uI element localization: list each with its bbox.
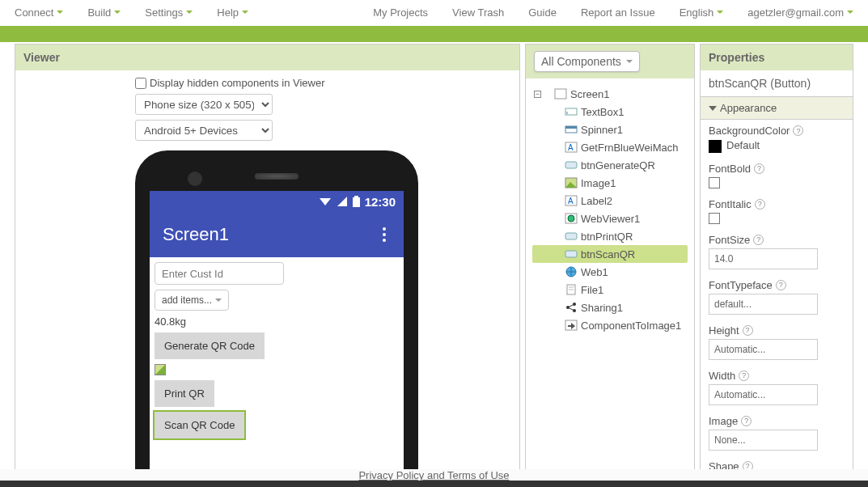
tree-item-image1[interactable]: Image1: [532, 174, 688, 192]
svg-rect-6: [565, 126, 577, 129]
tree-item-label: btnGenerateQR: [581, 159, 655, 172]
properties-body: btnScanQR (Button) Appearance Background…: [701, 70, 853, 480]
help-icon[interactable]: ?: [753, 235, 764, 245]
tree-item-web1[interactable]: Web1: [532, 263, 688, 281]
btn-scan-qr-preview[interactable]: Scan QR Code: [155, 412, 244, 438]
help-icon[interactable]: ?: [743, 325, 753, 336]
phone-screen: 12:30 Screen1 Enter Cust Id add items...: [150, 191, 404, 480]
tree-item-label: btnScanQR: [581, 248, 635, 260]
web-icon: [565, 212, 578, 225]
viewer-header: Viewer: [15, 44, 519, 70]
tree-item-webviewer1[interactable]: WebViewer1: [532, 210, 688, 227]
height-input[interactable]: [709, 339, 818, 360]
tree-item-label2[interactable]: ALabel2: [532, 192, 688, 210]
hidden-components-checkbox[interactable]: [135, 78, 146, 89]
phone-size-select[interactable]: Phone size (320 x 505): [135, 94, 273, 115]
tree-item-label: WebViewer1: [581, 213, 640, 225]
appearance-section[interactable]: Appearance: [701, 96, 853, 120]
tree-item-componenttoimage1[interactable]: ComponentToImage1: [532, 316, 688, 334]
label-icon: A: [565, 194, 578, 207]
backgroundcolor-value[interactable]: Default: [709, 139, 845, 153]
caret-icon: [242, 11, 248, 14]
link-report-issue[interactable]: Report an Issue: [581, 6, 655, 19]
tree-item-file1[interactable]: File1: [532, 281, 688, 299]
caret-icon: [114, 11, 121, 14]
tree-item-btnscanqr[interactable]: btnScanQR: [532, 245, 688, 263]
width-input[interactable]: [709, 384, 818, 405]
spinner1-preview[interactable]: add items...: [155, 290, 229, 311]
textbox1-preview[interactable]: Enter Cust Id: [155, 262, 284, 285]
btn-generate-qr-preview[interactable]: Generate QR Code: [155, 332, 265, 359]
phone-content: Enter Cust Id add items... 40.8kg Genera…: [150, 257, 404, 480]
overflow-icon[interactable]: [378, 222, 391, 247]
fonttypeface-input[interactable]: [709, 294, 818, 315]
tree-item-label: ComponentToImage1: [581, 320, 681, 332]
svg-rect-1: [354, 196, 358, 197]
signal-icon: [337, 196, 348, 207]
image-input[interactable]: [709, 430, 818, 451]
comp2img-icon: [565, 319, 578, 332]
properties-panel: Properties btnScanQR (Button) Appearance…: [700, 44, 853, 481]
wifi-icon: [319, 196, 332, 207]
tree-root-screen1[interactable]: − Screen1: [532, 85, 688, 103]
svg-rect-9: [565, 162, 577, 168]
svg-rect-16: [565, 233, 577, 239]
svg-point-15: [568, 215, 574, 222]
help-icon[interactable]: ?: [754, 163, 764, 174]
prop-image: Image?: [701, 410, 853, 455]
fontitalic-checkbox[interactable]: [709, 213, 720, 224]
main-area: Viewer Display hidden components in View…: [0, 44, 868, 481]
tree-item-label: Image1: [581, 177, 616, 189]
link-guide[interactable]: Guide: [528, 6, 557, 19]
menu-settings[interactable]: Settings: [145, 6, 193, 19]
link-viewtrash[interactable]: View Trash: [452, 6, 504, 19]
tree-item-sharing1[interactable]: Sharing1: [532, 299, 688, 316]
help-icon[interactable]: ?: [741, 416, 752, 426]
tree-item-label: TextBox1: [581, 106, 624, 118]
all-components-dropdown[interactable]: All Components: [534, 51, 640, 72]
tree-item-spinner1[interactable]: Spinner1: [532, 121, 688, 138]
image1-preview[interactable]: [155, 364, 166, 375]
fontsize-input[interactable]: [709, 248, 818, 269]
tree-item-textbox1[interactable]: TextBox1: [532, 103, 688, 121]
help-icon[interactable]: ?: [755, 199, 765, 210]
menu-build[interactable]: Build: [87, 6, 121, 19]
menu-help[interactable]: Help: [217, 6, 248, 19]
top-menu-right: My Projects View Trash Guide Report an I…: [373, 6, 853, 19]
link-myprojects[interactable]: My Projects: [373, 6, 428, 19]
viewer-controls: Display hidden components in Viewer Phon…: [22, 77, 513, 141]
phone-appbar: Screen1: [150, 212, 404, 257]
hidden-components-check[interactable]: Display hidden components in Viewer: [135, 77, 325, 89]
tree-item-getfrnblueweimach[interactable]: AGetFrnBlueWeiMach: [532, 138, 688, 156]
footer: Privacy Policy and Terms of Use: [0, 469, 868, 481]
help-icon[interactable]: ?: [739, 371, 749, 381]
privacy-terms-link[interactable]: Privacy Policy and Terms of Use: [358, 469, 509, 481]
caret-icon: [57, 11, 63, 14]
viewer-panel: Viewer Display hidden components in View…: [15, 44, 520, 481]
tree-item-label: GetFrnBlueWeiMach: [581, 142, 678, 154]
screen-title: Screen1: [163, 224, 229, 245]
menu-language[interactable]: English: [680, 6, 724, 19]
btn-print-qr-preview[interactable]: Print QR: [155, 380, 214, 407]
menu-connect[interactable]: Connect: [15, 6, 63, 19]
tree-item-label: Web1: [581, 266, 608, 278]
spinner-icon: [565, 123, 578, 136]
fontbold-checkbox[interactable]: [709, 177, 720, 188]
caret-icon: [186, 11, 193, 14]
collapse-icon[interactable]: −: [534, 91, 541, 98]
help-icon[interactable]: ?: [793, 125, 803, 136]
svg-line-25: [568, 304, 574, 307]
caret-icon: [626, 60, 633, 63]
menu-account[interactable]: agetzler@gmail.com: [747, 6, 853, 19]
phone-time: 12:30: [365, 195, 396, 209]
image-icon: [565, 176, 578, 189]
prop-height: Height?: [701, 320, 853, 365]
tree-item-btnprintqr[interactable]: btnPrintQR: [532, 227, 688, 245]
top-menu: Connect Build Settings Help My Projects …: [0, 0, 868, 24]
tree-item-btngenerateqr[interactable]: btnGenerateQR: [532, 156, 688, 174]
help-icon[interactable]: ?: [776, 280, 786, 290]
device-select[interactable]: Android 5+ Devices: [135, 120, 273, 141]
tree-item-label: Sharing1: [581, 302, 623, 314]
button-icon: [565, 159, 578, 172]
properties-header: Properties: [701, 44, 853, 70]
